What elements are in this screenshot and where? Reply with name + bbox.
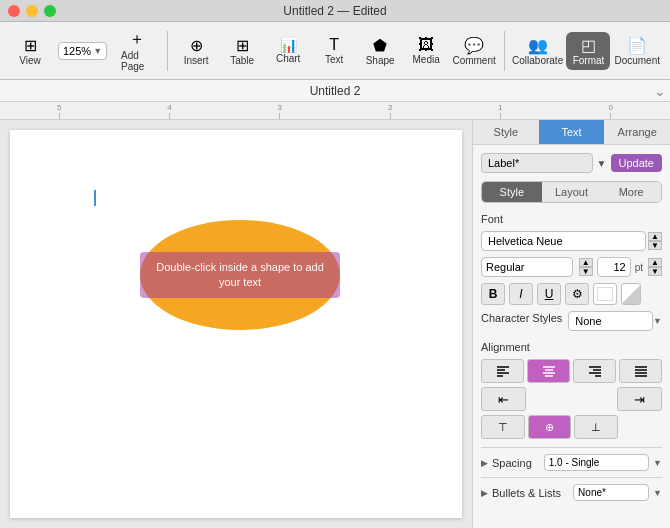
size-stepper-up[interactable]: ▲: [648, 258, 662, 267]
bullets-arrow-icon: ▶: [481, 488, 488, 498]
doc-title: Untitled 2: [310, 84, 361, 98]
font-name-select[interactable]: Helvetica Neue: [481, 231, 646, 251]
chart-label: Chart: [276, 53, 300, 64]
text-icon: T: [329, 36, 339, 54]
table-label: Table: [230, 55, 254, 66]
panel-tabs: Style Text Arrange: [473, 120, 670, 145]
main-toolbar: ⊞ View 125% ▼ ＋ Add Page ⊕ Insert ⊞ Tabl…: [0, 22, 670, 80]
media-label: Media: [413, 54, 440, 65]
table-button[interactable]: ⊞ Table: [220, 32, 264, 70]
align-left-button[interactable]: [481, 359, 524, 383]
spacing-label: Spacing: [492, 457, 532, 469]
format-buttons-row: B I U ⚙: [481, 283, 662, 305]
underline-button[interactable]: U: [537, 283, 561, 305]
bullets-header[interactable]: ▶ Bullets & Lists None* ▼: [481, 484, 662, 501]
document-button[interactable]: 📄 Document: [612, 32, 662, 70]
font-size-input[interactable]: 12: [597, 257, 631, 277]
media-button[interactable]: 🖼 Media: [404, 32, 448, 69]
gear-button[interactable]: ⚙: [565, 283, 589, 305]
tab-arrange[interactable]: Arrange: [604, 120, 670, 144]
shape-label: Shape: [366, 55, 395, 66]
format-label: Format: [573, 55, 605, 66]
spacing-header[interactable]: ▶ Spacing 1.0 - Single ▼: [481, 454, 662, 471]
style-stepper-up[interactable]: ▲: [579, 258, 593, 267]
ruler: 5 4 3 2 1 0: [0, 102, 670, 120]
size-stepper-down[interactable]: ▼: [648, 267, 662, 276]
v-align-row: ⊤ ⊕ ⊥: [481, 415, 662, 439]
ruler-mark: 0: [556, 103, 666, 119]
canvas-area[interactable]: Double-click inside a shape to add your …: [0, 120, 472, 528]
sub-tab-style[interactable]: Style: [482, 182, 542, 202]
doc-title-bar: Untitled 2 ⌄: [0, 80, 670, 102]
window-title: Untitled 2 — Edited: [283, 4, 386, 18]
panel-content: Label* ▼ Update Style Layout More Font: [473, 145, 670, 528]
insert-icon: ⊕: [190, 36, 203, 55]
color-swatch[interactable]: [593, 283, 617, 305]
ruler-mark: 4: [114, 103, 224, 119]
font-name-stepper-down[interactable]: ▼: [648, 241, 662, 250]
spacing-arrow-icon: ▶: [481, 458, 488, 468]
char-styles-arrow-icon: ▼: [653, 316, 662, 326]
font-name-stepper-up[interactable]: ▲: [648, 232, 662, 241]
indent-row: ⇤ ⇥: [481, 387, 662, 411]
valign-bottom-button[interactable]: ⊥: [574, 415, 618, 439]
update-button[interactable]: Update: [611, 154, 662, 172]
maximize-button[interactable]: [44, 5, 56, 17]
shape-button[interactable]: ⬟ Shape: [358, 32, 402, 70]
expand-button[interactable]: ⌄: [654, 83, 666, 99]
label-row: Label* ▼ Update: [481, 153, 662, 173]
align-center-button[interactable]: [527, 359, 570, 383]
align-right-button[interactable]: [573, 359, 616, 383]
insert-label: Insert: [184, 55, 209, 66]
italic-button[interactable]: I: [509, 283, 533, 305]
view-icon: ⊞: [24, 36, 37, 55]
chart-button[interactable]: 📊 Chart: [266, 33, 310, 68]
sub-tab-layout[interactable]: Layout: [542, 182, 602, 202]
text-button[interactable]: T Text: [312, 32, 356, 69]
spacing-select[interactable]: 1.0 - Single: [544, 454, 649, 471]
indent-decrease-button[interactable]: ⇤: [481, 387, 526, 411]
add-page-button[interactable]: ＋ Add Page: [113, 25, 161, 76]
sub-tab-more[interactable]: More: [601, 182, 661, 202]
font-style-select[interactable]: Regular: [481, 257, 573, 277]
insert-button[interactable]: ⊕ Insert: [174, 32, 218, 70]
zoom-control[interactable]: 125% ▼: [54, 38, 111, 64]
alignment-label: Alignment: [481, 341, 662, 353]
collaborate-icon: 👥: [528, 36, 548, 55]
bullets-section: ▶ Bullets & Lists None* ▼: [481, 477, 662, 507]
shape-icon: ⬟: [373, 36, 387, 55]
view-button[interactable]: ⊞ View: [8, 32, 52, 70]
collaborate-button[interactable]: 👥 Collaborate: [511, 32, 565, 70]
style-stepper-down[interactable]: ▼: [579, 267, 593, 276]
valign-middle-button[interactable]: ⊕: [528, 415, 572, 439]
font-style-row: Regular ▲ ▼ 12 pt ▲ ▼: [481, 257, 662, 277]
indent-increase-button[interactable]: ⇥: [617, 387, 662, 411]
bold-button[interactable]: B: [481, 283, 505, 305]
font-size-unit: pt: [635, 262, 643, 273]
minimize-button[interactable]: [26, 5, 38, 17]
title-bar: Untitled 2 — Edited: [0, 0, 670, 22]
ruler-mark: 3: [225, 103, 335, 119]
char-styles-select[interactable]: None: [568, 311, 653, 331]
color-picker-button[interactable]: [621, 283, 641, 305]
bullets-select-arrow-icon: ▼: [653, 488, 662, 498]
label-select[interactable]: Label*: [481, 153, 593, 173]
text-label: Text: [325, 54, 343, 65]
spacing-select-arrow-icon: ▼: [653, 458, 662, 468]
ruler-mark: 2: [335, 103, 445, 119]
canvas-page[interactable]: Double-click inside a shape to add your …: [10, 130, 462, 518]
format-button[interactable]: ◰ Format: [566, 32, 610, 70]
bullets-select[interactable]: None*: [573, 484, 649, 501]
valign-top-button[interactable]: ⊤: [481, 415, 525, 439]
table-icon: ⊞: [236, 36, 249, 55]
close-button[interactable]: [8, 5, 20, 17]
media-icon: 🖼: [418, 36, 434, 54]
ellipse-shape[interactable]: Double-click inside a shape to add your …: [140, 220, 340, 330]
comment-button[interactable]: 💬 Comment: [450, 32, 498, 70]
shape-placeholder-text: Double-click inside a shape to add your …: [140, 252, 340, 299]
spacing-section: ▶ Spacing 1.0 - Single ▼: [481, 447, 662, 477]
separator-2: [504, 31, 505, 71]
tab-text[interactable]: Text: [539, 120, 605, 144]
tab-style[interactable]: Style: [473, 120, 539, 144]
align-justify-button[interactable]: [619, 359, 662, 383]
